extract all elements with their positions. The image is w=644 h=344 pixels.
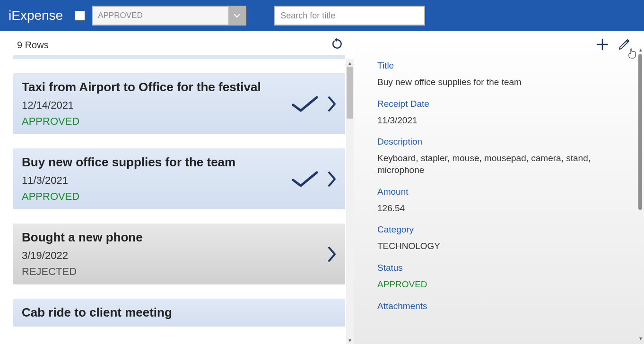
field-value-category: TECHNOLOGY	[377, 241, 595, 252]
checkmark-icon	[291, 170, 319, 189]
expense-item-status: APPROVED	[22, 115, 337, 128]
field-value-receipt-date: 11/3/2021	[377, 115, 595, 127]
list-scrollbar[interactable]: ▲ ▼	[346, 59, 354, 344]
expense-item[interactable]: Bought a new phone 3/19/2022 REJECTED	[13, 224, 345, 284]
scroll-up-arrow-icon[interactable]: ▲	[638, 47, 643, 52]
field-value-status: APPROVED	[377, 279, 595, 291]
content-area: 9 Rows Taxi from Airport to Office for t…	[0, 31, 644, 344]
chevron-right-icon[interactable]	[327, 170, 337, 189]
field-label-attachments: Attachments	[377, 301, 633, 311]
app-title: iExpense	[9, 8, 63, 23]
search-input[interactable]	[274, 6, 425, 26]
checkmark-icon	[291, 95, 319, 113]
chevron-down-icon	[228, 7, 245, 25]
expense-item-title: Taxi from Airport to Office for the fest…	[22, 80, 337, 95]
expense-item-date: 12/14/2021	[22, 99, 337, 112]
list-scroll-area: Taxi from Airport to Office for the fest…	[0, 59, 354, 344]
expense-item-actions	[327, 245, 337, 264]
scroll-up-arrow-icon[interactable]: ▲	[346, 59, 354, 67]
list-divider	[13, 55, 345, 59]
expense-item-date: 3/19/2022	[22, 249, 337, 262]
field-value-description: Keyboard, stapler, mouse, mousepad, came…	[377, 153, 595, 176]
field-label-category: Category	[377, 224, 633, 235]
edit-button[interactable]	[618, 38, 631, 51]
detail-toolbar	[596, 38, 631, 51]
refresh-button[interactable]	[331, 38, 343, 52]
status-filter-value: APPROVED	[93, 11, 228, 20]
expense-item[interactable]: Buy new office supplies for the team 11/…	[13, 148, 345, 209]
list-header: 9 Rows	[0, 31, 354, 55]
field-value-title: Buy new office supplies for the team	[377, 77, 595, 88]
expense-item-title: Cab ride to client meeting	[22, 305, 337, 320]
app-header: iExpense APPROVED	[0, 0, 644, 31]
chevron-right-icon[interactable]	[327, 245, 337, 264]
field-value-amount: 126.54	[377, 203, 595, 215]
expense-item-title: Bought a new phone	[22, 230, 337, 245]
expense-detail-panel: Title Buy new office supplies for the te…	[354, 31, 644, 344]
row-count-label: 9 Rows	[17, 40, 49, 51]
add-button[interactable]	[596, 38, 609, 51]
expense-list-panel: 9 Rows Taxi from Airport to Office for t…	[0, 31, 354, 344]
status-filter-select[interactable]: APPROVED	[92, 6, 246, 26]
scroll-down-arrow-icon[interactable]: ▼	[346, 336, 354, 344]
expense-item-date: 11/3/2021	[22, 174, 337, 187]
expense-item-title: Buy new office supplies for the team	[22, 155, 337, 170]
chevron-right-icon[interactable]	[327, 95, 337, 113]
field-label-title: Title	[377, 60, 633, 71]
field-label-receipt-date: Receipt Date	[377, 99, 633, 109]
field-label-status: Status	[377, 263, 633, 273]
expense-item-status: REJECTED	[22, 266, 337, 278]
expense-item-status: APPROVED	[22, 190, 337, 203]
expense-item[interactable]: Taxi from Airport to Office for the fest…	[13, 73, 345, 134]
expense-item-actions	[291, 170, 337, 189]
scrollbar-thumb[interactable]	[347, 67, 353, 119]
detail-scrollbar-thumb[interactable]	[638, 54, 642, 210]
field-label-description: Description	[377, 137, 633, 147]
filter-checkbox[interactable]	[74, 10, 86, 21]
scroll-down-arrow-icon[interactable]: ▼	[638, 336, 643, 341]
expense-item-actions	[291, 95, 337, 113]
expense-item[interactable]: Cab ride to client meeting	[13, 299, 345, 327]
detail-content: Title Buy new office supplies for the te…	[377, 60, 633, 311]
field-label-amount: Amount	[377, 187, 633, 197]
